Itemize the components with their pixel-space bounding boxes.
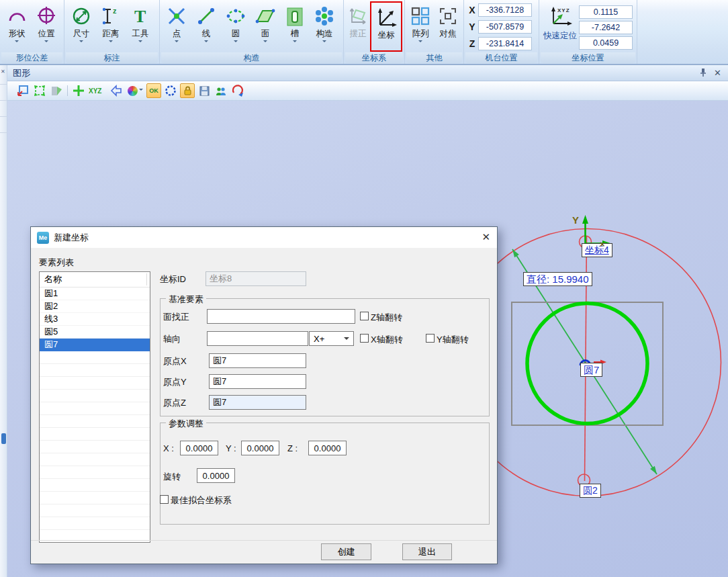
param-y-input[interactable] xyxy=(241,441,279,455)
feature-label-coord4[interactable]: 坐标4 xyxy=(582,243,612,257)
machine-z-row: Z -231.8414 xyxy=(466,36,537,51)
fit-view-icon[interactable] xyxy=(15,83,30,98)
distance-label: 距离 xyxy=(103,29,120,38)
align-button[interactable]: 摆正 xyxy=(346,2,370,52)
coord-position-values: 0.1115 -7.2642 0.0459 xyxy=(579,2,633,52)
point-button[interactable]: 点 xyxy=(162,2,191,52)
dropdown-arrow-icon xyxy=(138,40,142,44)
diameter-label[interactable]: 直径: 15.9940 xyxy=(523,272,592,286)
quick-locate-button[interactable]: XYZ 快速定位 xyxy=(541,2,579,52)
feature-label-circle2[interactable]: 圆2 xyxy=(580,484,601,498)
axis-label: 轴向 xyxy=(163,333,181,345)
flip-view-icon[interactable] xyxy=(49,83,64,98)
align-icon xyxy=(347,3,369,29)
param-y-label: Y : xyxy=(226,443,236,453)
list-header: 名称 xyxy=(40,272,150,287)
origin-x-input[interactable] xyxy=(209,353,306,368)
slot-label: 槽 xyxy=(291,29,300,38)
origin-z-input[interactable] xyxy=(209,395,306,410)
machine-x-row: X -336.7128 xyxy=(466,3,537,18)
position-button[interactable]: 位置 xyxy=(32,2,61,52)
array-button[interactable]: 阵列 xyxy=(407,2,435,52)
dropdown-arrow-icon xyxy=(15,40,19,44)
coord-id-input xyxy=(206,271,306,286)
circle-button[interactable]: 圆 xyxy=(221,2,251,52)
group-label-other: 其他 xyxy=(406,52,462,63)
dialog-title: 新建坐标 xyxy=(54,232,89,244)
add-icon[interactable] xyxy=(71,83,86,98)
pin-icon[interactable] xyxy=(699,68,707,79)
panel-close-icon[interactable]: ✕ xyxy=(714,69,721,77)
list-item-selected[interactable]: 圆7 xyxy=(40,339,150,351)
list-item[interactable]: 圆2 xyxy=(40,300,150,313)
origin-y-input[interactable] xyxy=(209,374,306,389)
construct-label: 构造 xyxy=(316,29,333,38)
dialog-titlebar[interactable]: Me 新建坐标 ✕ xyxy=(31,227,497,248)
element-list-label: 要素列表 xyxy=(39,257,74,269)
group-label-coord-position: 坐标位置 xyxy=(541,52,635,63)
coordinate-button[interactable]: 坐标 xyxy=(371,3,401,40)
color-wheel-icon[interactable] xyxy=(126,83,144,98)
svg-text:XYZ: XYZ xyxy=(557,7,570,13)
array-icon xyxy=(409,3,432,29)
dropdown-arrow-icon xyxy=(175,40,179,44)
plane-button[interactable]: 面 xyxy=(251,2,280,52)
distance-button[interactable]: z 距离 xyxy=(96,2,126,52)
flip-x-label: X轴翻转 xyxy=(371,334,403,346)
dropdown-arrow-icon xyxy=(263,40,267,44)
param-x-input[interactable] xyxy=(180,441,218,455)
axis-direction-select[interactable]: X+ xyxy=(309,331,354,346)
shape-label: 形状 xyxy=(9,29,26,38)
tool-t-icon: T xyxy=(129,3,152,29)
construct-button[interactable]: 构造 xyxy=(310,2,339,52)
redo-icon[interactable] xyxy=(230,83,245,98)
rotation-input[interactable] xyxy=(197,468,235,483)
collapsed-panel-strip[interactable]: ✕ xyxy=(0,65,7,577)
strip-tab-marker[interactable] xyxy=(1,433,6,444)
dropdown-arrow-icon xyxy=(139,89,143,93)
strip-close-icon[interactable]: ✕ xyxy=(1,69,5,75)
ok-toggle-icon[interactable]: OK xyxy=(146,83,161,98)
back-arrow-icon[interactable] xyxy=(109,83,124,98)
axis-input[interactable] xyxy=(207,331,308,346)
group-label-gdt: 形位公差 xyxy=(1,52,62,63)
exit-button[interactable]: 退出 xyxy=(402,543,452,560)
tool-button[interactable]: T 工具 xyxy=(126,2,155,52)
focus-button[interactable]: 对焦 xyxy=(435,2,462,52)
line-button[interactable]: 线 xyxy=(191,2,221,52)
flip-z-checkbox[interactable] xyxy=(360,312,369,320)
users-icon[interactable] xyxy=(214,83,228,98)
slot-button[interactable]: 槽 xyxy=(280,2,310,52)
element-list[interactable]: 名称 圆1 圆2 线3 圆5 圆7 xyxy=(39,271,150,543)
xyz-icon[interactable]: XYZ xyxy=(88,83,107,98)
shape-button[interactable]: 形状 xyxy=(2,2,32,52)
list-item[interactable]: 圆5 xyxy=(40,326,150,339)
circle-label: 圆 xyxy=(232,29,240,38)
flip-y-checkbox[interactable] xyxy=(426,334,435,343)
feature-label-circle7[interactable]: 圆7 xyxy=(580,363,602,377)
ribbon-group-coord-position: XYZ 快速定位 0.1115 -7.2642 0.0459 坐标位置 xyxy=(539,0,637,64)
plane-align-input[interactable] xyxy=(207,309,355,324)
lock-toggle-icon[interactable] xyxy=(180,83,195,98)
list-item[interactable]: 线3 xyxy=(40,313,150,326)
group-label-construct: 构造 xyxy=(161,52,342,63)
param-z-input[interactable] xyxy=(308,441,347,455)
svg-text:z: z xyxy=(113,7,117,15)
focus-icon xyxy=(437,3,459,29)
ribbon-group-gdt: 形状 位置 形位公差 xyxy=(0,0,64,64)
save-icon[interactable] xyxy=(197,83,212,98)
group-label-annotate: 标注 xyxy=(66,52,158,63)
construct-icon xyxy=(313,3,336,29)
dimension-button[interactable]: 尺寸 xyxy=(66,2,96,52)
create-button[interactable]: 创建 xyxy=(321,543,371,560)
machine-z-value: -231.8414 xyxy=(478,37,532,50)
new-coordinate-dialog: Me 新建坐标 ✕ 要素列表 名称 圆1 圆2 线3 圆5 圆7 坐标ID 基准… xyxy=(30,226,498,564)
circle-gear-icon[interactable] xyxy=(163,83,178,98)
dropdown-arrow-icon xyxy=(234,40,238,44)
list-item[interactable]: 圆1 xyxy=(40,287,150,300)
flip-x-checkbox[interactable] xyxy=(360,334,369,343)
coordinate-axes-icon xyxy=(375,5,398,30)
best-fit-checkbox[interactable] xyxy=(160,495,169,504)
zoom-extents-icon[interactable] xyxy=(32,83,47,98)
dialog-close-icon[interactable]: ✕ xyxy=(482,231,490,243)
